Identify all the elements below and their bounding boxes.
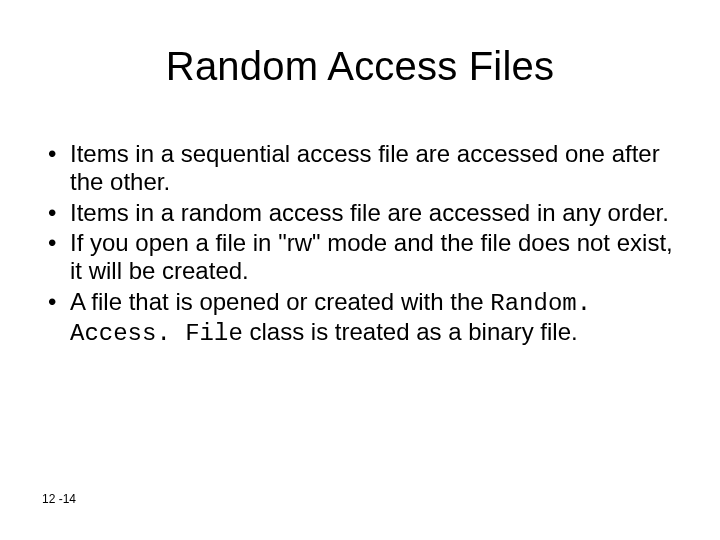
bullet-text-prefix: A file that is opened or created with th… <box>70 288 490 315</box>
bullet-text: Items in a sequential access file are ac… <box>70 140 660 195</box>
bullet-list: Items in a sequential access file are ac… <box>42 140 678 348</box>
bullet-text: Items in a random access file are access… <box>70 199 669 226</box>
list-item: If you open a file in "rw" mode and the … <box>42 229 678 286</box>
list-item: A file that is opened or created with th… <box>42 288 678 349</box>
slide: Random Access Files Items in a sequentia… <box>0 0 720 540</box>
slide-title: Random Access Files <box>0 44 720 89</box>
slide-number: 12 -14 <box>42 492 76 506</box>
bullet-text-suffix: class is treated as a binary file. <box>243 318 578 345</box>
list-item: Items in a sequential access file are ac… <box>42 140 678 197</box>
slide-body: Items in a sequential access file are ac… <box>42 140 678 350</box>
bullet-text: If you open a file in "rw" mode and the … <box>70 229 673 284</box>
list-item: Items in a random access file are access… <box>42 199 678 227</box>
